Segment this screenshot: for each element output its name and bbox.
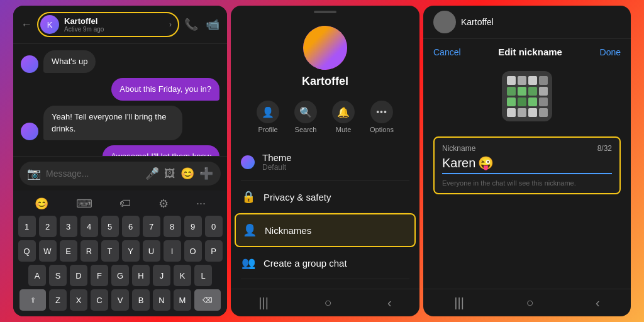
key-5[interactable]: 5	[101, 216, 119, 237]
key-e[interactable]: E	[60, 240, 77, 262]
key-l[interactable]: L	[194, 265, 212, 286]
pixel	[507, 97, 516, 106]
key-backspace[interactable]: ⌫	[194, 289, 221, 311]
key-t[interactable]: T	[101, 240, 119, 262]
image-icon[interactable]: 🖼	[164, 167, 175, 180]
action-options[interactable]: ••• Options	[370, 101, 394, 133]
plus-icon[interactable]: ➕	[199, 167, 213, 180]
nickname-hint: Everyone in the chat will see this nickn…	[442, 179, 612, 187]
sticker-icon-2[interactable]: 🏷	[119, 197, 131, 211]
key-p[interactable]: P	[205, 240, 223, 262]
table-row: Awesome! I'll let them know	[21, 145, 219, 156]
pixel	[539, 76, 548, 85]
home-icon[interactable]: |||	[258, 296, 269, 310]
key-n[interactable]: N	[153, 289, 170, 311]
key-6[interactable]: 6	[122, 216, 140, 237]
pixel	[507, 87, 516, 96]
nickname-value[interactable]: Karen😜	[442, 155, 612, 174]
key-g[interactable]: G	[111, 265, 129, 286]
mic-icon[interactable]: 🎤	[145, 167, 159, 180]
back-icon[interactable]: ←	[21, 18, 32, 31]
key-1[interactable]: 1	[18, 216, 36, 237]
menu-item-privacy[interactable]: 🔒 Privacy & safety	[241, 181, 409, 213]
key-a[interactable]: A	[28, 265, 46, 286]
action-mute[interactable]: 🔔 Mute	[332, 101, 355, 133]
key-f[interactable]: F	[91, 265, 108, 286]
circle-icon[interactable]: ○	[324, 296, 331, 310]
pixel	[528, 97, 537, 106]
message-bubble: Yeah! Tell everyone I'll bring the drink…	[43, 106, 182, 140]
pixel	[539, 87, 548, 96]
key-3[interactable]: 3	[60, 216, 77, 237]
key-j[interactable]: J	[153, 265, 170, 286]
nav-home-icon[interactable]: |||	[454, 296, 464, 310]
key-i[interactable]: I	[164, 240, 181, 262]
nav-circle-icon[interactable]: ○	[526, 296, 533, 310]
theme-label: Theme	[262, 152, 292, 163]
nickname-field-label: Nickname	[442, 144, 475, 153]
key-k[interactable]: K	[174, 265, 191, 286]
settings-icon[interactable]: ⚙	[158, 197, 169, 211]
key-w[interactable]: W	[39, 240, 57, 262]
nickname-input-section[interactable]: Nickname 8/32 Karen😜 Everyone in the cha…	[433, 136, 621, 194]
profile-avatar	[303, 26, 347, 70]
pixel	[528, 76, 537, 85]
profile-actions: 👤 Profile 🔍 Search 🔔 Mute ••• Options	[231, 96, 419, 143]
action-profile[interactable]: 👤 Profile	[257, 101, 279, 133]
key-shift[interactable]: ⇧	[19, 289, 46, 311]
key-c[interactable]: C	[91, 289, 108, 311]
key-d[interactable]: D	[70, 265, 87, 286]
theme-value: Default	[262, 163, 292, 172]
key-o[interactable]: O	[184, 240, 202, 262]
keyboard-icon[interactable]: ⌨	[76, 197, 92, 211]
back-nav-icon[interactable]: ‹	[387, 296, 392, 310]
nav-back-icon[interactable]: ‹	[596, 296, 600, 310]
emoji-icon[interactable]: 😊	[35, 197, 48, 211]
key-u[interactable]: U	[143, 240, 160, 262]
pixel	[518, 76, 526, 85]
menu-item-nicknames[interactable]: 👤 Nicknames	[235, 213, 416, 247]
key-2[interactable]: 2	[39, 216, 57, 237]
key-q[interactable]: Q	[18, 240, 36, 262]
key-row-z: ⇧ Z X C V B N M ⌫	[16, 289, 225, 311]
key-v[interactable]: V	[111, 289, 129, 311]
call-icon[interactable]: 📞	[184, 18, 198, 31]
key-row-q: Q W E R T Y U I O P	[16, 240, 225, 262]
key-s[interactable]: S	[49, 265, 67, 286]
key-8[interactable]: 8	[164, 216, 181, 237]
contact-info-box[interactable]: K Kartoffel Active 9m ago ›	[37, 12, 179, 37]
key-b[interactable]: B	[132, 289, 150, 311]
pixel	[507, 76, 516, 85]
video-icon[interactable]: 📹	[206, 18, 219, 31]
key-m[interactable]: M	[174, 289, 191, 311]
group-icon: 👥	[241, 256, 256, 270]
key-7[interactable]: 7	[143, 216, 160, 237]
sticker-icon[interactable]: 😊	[180, 167, 194, 180]
nick-contact-avatar	[433, 11, 456, 33]
camera-icon[interactable]: 📷	[27, 167, 41, 180]
key-4[interactable]: 4	[80, 216, 98, 237]
chat-header: ← K Kartoffel Active 9m ago › 📞 📹	[13, 6, 227, 44]
nickname-char-count: 8/32	[597, 144, 612, 153]
message-input[interactable]: Message...	[46, 169, 140, 179]
key-r[interactable]: R	[80, 240, 98, 262]
key-row-a: A S D F G H J K L	[16, 265, 225, 286]
pixel	[518, 87, 526, 96]
key-y[interactable]: Y	[122, 240, 140, 262]
edit-nickname-title: Edit nickname	[498, 47, 562, 57]
cancel-button[interactable]: Cancel	[433, 47, 461, 57]
menu-item-theme[interactable]: Theme Default	[241, 143, 409, 181]
avatar	[21, 123, 38, 140]
nick-big-avatar	[502, 71, 552, 121]
menu-item-create-group[interactable]: 👥 Create a group chat	[241, 247, 409, 279]
done-button[interactable]: Done	[600, 47, 621, 57]
key-0[interactable]: 0	[205, 216, 223, 237]
key-9[interactable]: 9	[184, 216, 202, 237]
more-icon[interactable]: ···	[196, 197, 206, 211]
menu-item-label: Nicknames	[265, 225, 311, 236]
key-h[interactable]: H	[132, 265, 150, 286]
table-row: Yeah! Tell everyone I'll bring the drink…	[21, 106, 219, 140]
key-z[interactable]: Z	[49, 289, 67, 311]
action-search[interactable]: 🔍 Search	[294, 101, 317, 133]
key-x[interactable]: X	[70, 289, 87, 311]
